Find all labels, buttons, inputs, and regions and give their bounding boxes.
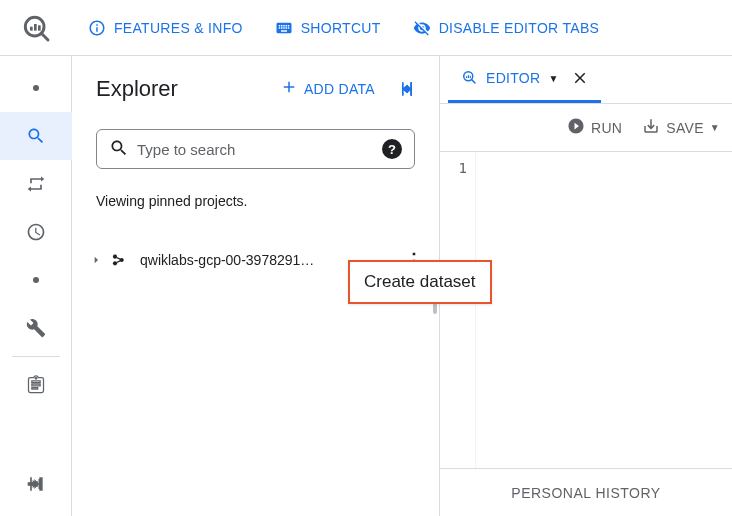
features-info-link[interactable]: FEATURES & INFO [88,19,243,37]
run-label: RUN [591,120,622,136]
sidebar-expand[interactable] [0,460,72,508]
pinned-projects-text: Viewing pinned projects. [72,169,439,209]
plus-icon [280,78,298,99]
svg-rect-2 [34,24,37,31]
svg-point-4 [113,255,117,259]
search-icon [109,138,129,161]
editor-tab-label: EDITOR [486,70,540,86]
sidebar-divider [12,356,60,357]
svg-rect-9 [468,75,469,78]
bigquery-logo[interactable] [8,12,64,44]
sidebar-item-notes[interactable] [0,361,72,409]
sidebar-item-dot-2[interactable] [0,256,72,304]
info-icon [88,19,106,37]
sidebar-item-dot-1[interactable] [0,64,72,112]
disable-editor-tabs-link[interactable]: DISABLE EDITOR TABS [413,19,600,37]
svg-point-5 [113,261,117,265]
svg-rect-10 [470,75,471,77]
search-box[interactable]: ? [96,129,415,169]
svg-rect-3 [38,25,41,30]
add-data-button[interactable]: ADD DATA [272,72,383,105]
play-icon [567,117,585,138]
save-button[interactable]: SAVE ▼ [642,117,720,138]
editor-tab[interactable]: EDITOR ▼ [448,56,601,103]
sidebar-item-sql[interactable] [0,112,72,160]
save-icon [642,117,660,138]
save-dropdown-icon[interactable]: ▼ [710,122,720,133]
close-tab-icon[interactable] [571,69,589,87]
save-label: SAVE [666,120,704,136]
shortcut-link[interactable]: SHORTCUT [275,19,381,37]
help-icon[interactable]: ? [382,139,402,159]
tab-dropdown-icon[interactable]: ▼ [548,73,558,84]
explorer-title: Explorer [96,76,178,102]
line-gutter: 1 [440,152,476,468]
disable-editor-tabs-label: DISABLE EDITOR TABS [439,20,600,36]
create-dataset-menu-item[interactable]: Create dataset [348,260,492,304]
run-button[interactable]: RUN [567,117,622,138]
sidebar-item-settings[interactable] [0,304,72,352]
svg-rect-1 [30,26,33,30]
svg-point-6 [120,258,124,262]
keyboard-icon [275,19,293,37]
project-icon [110,250,130,270]
expand-chevron-icon[interactable] [88,252,104,268]
line-number: 1 [440,160,467,176]
query-icon [460,68,478,89]
sidebar-item-scheduled[interactable] [0,208,72,256]
add-data-label: ADD DATA [304,81,375,97]
visibility-off-icon [413,19,431,37]
svg-rect-8 [466,76,467,78]
code-editor[interactable]: 1 [440,152,732,468]
sidebar [0,56,72,516]
personal-history-tab[interactable]: PERSONAL HISTORY [511,485,660,501]
search-input[interactable] [137,141,374,158]
sidebar-item-transfers[interactable] [0,160,72,208]
features-info-label: FEATURES & INFO [114,20,243,36]
collapse-explorer-button[interactable] [391,73,423,105]
shortcut-label: SHORTCUT [301,20,381,36]
